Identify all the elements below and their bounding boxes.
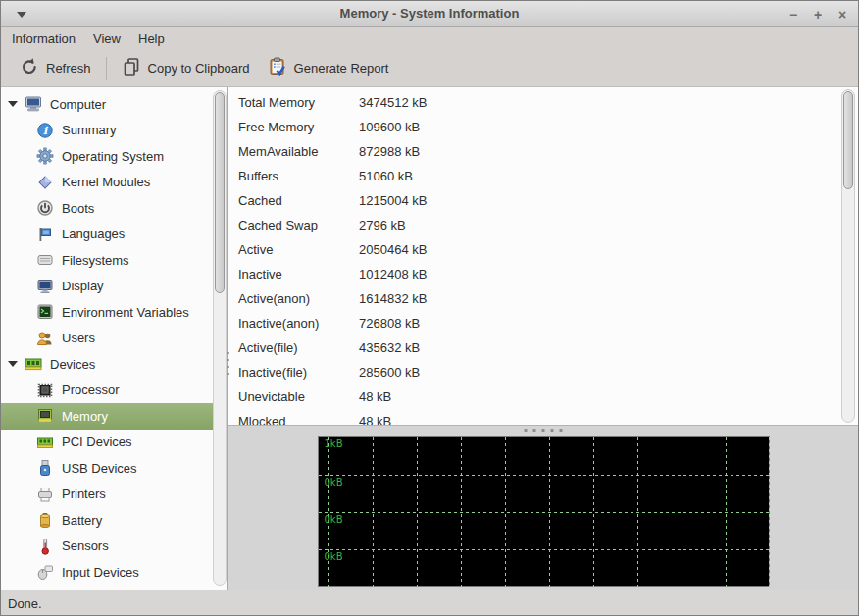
printer-icon: [36, 486, 54, 503]
table-row[interactable]: Active(anon) 1614832 kB: [228, 286, 858, 311]
sidebar-item-boots[interactable]: Boots: [1, 195, 227, 222]
field-value: 48 kB: [359, 414, 858, 426]
table-row[interactable]: Buffers 51060 kB: [228, 164, 858, 188]
flag-icon: [36, 226, 54, 243]
field-value: 2050464 kB: [359, 242, 858, 257]
sidebar-item-languages[interactable]: Languages: [1, 222, 227, 248]
field-label: Total Memory: [228, 95, 359, 110]
generate-report-button[interactable]: Generate Report: [259, 53, 398, 83]
sidebar-tree: Computer i Summary: [1, 87, 228, 590]
sidebar-item-kernel-modules[interactable]: Kernel Modules: [1, 170, 227, 196]
sidebar-item-users[interactable]: Users: [1, 326, 227, 352]
sidebar-scrollbar[interactable]: [213, 90, 227, 586]
field-label: Active(anon): [228, 291, 359, 306]
sidebar-item-label: Boots: [62, 201, 94, 216]
sidebar-item-label: Environment Variables: [62, 305, 189, 320]
table-row[interactable]: Inactive(file) 285600 kB: [228, 360, 858, 385]
menubar: Information View Help: [1, 27, 858, 50]
refresh-label: Refresh: [46, 61, 91, 76]
status-text: Done.: [8, 596, 42, 611]
field-label: Active: [228, 242, 359, 257]
battery-icon: [36, 511, 54, 529]
memory-graph-pane: 1kB 0kB 0kB 0kB: [228, 436, 858, 590]
list-scrollbar-thumb[interactable]: [843, 91, 853, 189]
sidebar-item-input-devices[interactable]: Input Devices: [1, 559, 227, 586]
copy-icon: [122, 57, 141, 79]
field-label: Unevictable: [228, 389, 359, 404]
sidebar-item-sensors[interactable]: Sensors: [1, 534, 227, 560]
splitter-handle-icon[interactable]: [525, 429, 563, 432]
sidebar-item-label: USB Devices: [62, 461, 137, 476]
minimize-button[interactable]: −: [785, 7, 801, 23]
sidebar-item-computer[interactable]: Computer: [1, 91, 227, 118]
sidebar-scrollbar-thumb[interactable]: [215, 92, 225, 293]
sidebar-item-operating-system[interactable]: Operating System: [1, 143, 227, 170]
sidebar-item-label: Printers: [62, 487, 106, 501]
sidebar-item-label: Kernel Modules: [62, 175, 150, 189]
close-button[interactable]: ×: [834, 7, 850, 23]
sidebar-item-battery[interactable]: Battery: [1, 507, 227, 534]
sidebar-item-label: Sensors: [62, 539, 109, 553]
pane-splitter-handle[interactable]: [225, 352, 231, 375]
field-value: 435632 kB: [359, 340, 858, 355]
field-value: 3474512 kB: [359, 95, 858, 110]
terminal-icon: [36, 303, 54, 321]
table-row[interactable]: Active 2050464 kB: [228, 237, 858, 262]
sidebar-item-label: Summary: [62, 123, 117, 137]
sidebar-item-pci-devices[interactable]: PCI Devices: [1, 430, 227, 456]
field-value: 2796 kB: [359, 218, 858, 232]
table-row[interactable]: Inactive(anon) 726808 kB: [228, 311, 858, 335]
list-scrollbar[interactable]: [841, 89, 855, 423]
field-label: Inactive(anon): [228, 316, 359, 331]
sidebar-item-label: Devices: [50, 357, 95, 372]
table-row[interactable]: Active(file) 435632 kB: [228, 335, 858, 360]
processor-icon: [36, 382, 54, 399]
window-title: Memory - System Information: [1, 1, 858, 27]
sidebar-item-label: Operating System: [62, 149, 164, 164]
table-row[interactable]: Mlocked 48 kB: [228, 409, 858, 426]
memory-usage-graph: 1kB 0kB 0kB 0kB: [318, 436, 770, 587]
statusbar: Done.: [1, 590, 858, 616]
field-label: Mlocked: [228, 414, 359, 426]
sidebar-item-partial[interactable]: [1, 586, 227, 590]
field-label: Inactive: [228, 267, 359, 282]
field-value: 1215004 kB: [359, 193, 858, 208]
sidebar-item-environment-variables[interactable]: Environment Variables: [1, 299, 227, 326]
sidebar-item-label: Input Devices: [62, 565, 139, 580]
sidebar-item-memory[interactable]: Memory: [1, 403, 214, 430]
table-row[interactable]: MemAvailable 872988 kB: [228, 139, 858, 164]
field-label: Buffers: [228, 169, 359, 183]
sidebar-item-display[interactable]: Display: [1, 274, 227, 300]
app-window: Memory - System Information − + × Inform…: [0, 0, 859, 616]
main-body: Computer i Summary: [1, 87, 858, 590]
sidebar-item-processor[interactable]: Processor: [1, 378, 227, 404]
table-row[interactable]: Total Memory 3474512 kB: [228, 90, 858, 115]
menu-information[interactable]: Information: [3, 27, 84, 50]
menu-help[interactable]: Help: [129, 27, 174, 50]
toolbar: Refresh Copy to Clipboard: [1, 50, 858, 87]
table-row[interactable]: Cached Swap 2796 kB: [228, 213, 858, 237]
sidebar-item-filesystems[interactable]: Filesystems: [1, 247, 227, 274]
table-row[interactable]: Unevictable 48 kB: [228, 385, 858, 409]
sidebar-item-label: Memory: [62, 409, 108, 424]
computer-icon: [25, 95, 42, 113]
sidebar-item-usb-devices[interactable]: USB Devices: [1, 455, 227, 482]
field-label: Free Memory: [228, 120, 359, 134]
sidebar-item-printers[interactable]: Printers: [1, 482, 227, 508]
field-value: 48 kB: [359, 389, 858, 404]
generate-report-label: Generate Report: [294, 61, 389, 76]
table-row[interactable]: Cached 1215004 kB: [228, 188, 858, 213]
maximize-button[interactable]: +: [810, 7, 826, 23]
field-value: 1614832 kB: [359, 291, 858, 306]
menu-view[interactable]: View: [84, 27, 129, 50]
field-value: 285600 kB: [359, 365, 858, 380]
graph-splitter[interactable]: [228, 426, 858, 436]
expander-icon[interactable]: [7, 358, 19, 370]
table-row[interactable]: Free Memory 109600 kB: [228, 115, 858, 139]
sidebar-item-summary[interactable]: i Summary: [1, 118, 227, 144]
expander-icon[interactable]: [7, 98, 19, 110]
sidebar-item-devices[interactable]: Devices: [1, 351, 227, 378]
copy-to-clipboard-button[interactable]: Copy to Clipboard: [113, 53, 259, 83]
refresh-button[interactable]: Refresh: [11, 53, 100, 83]
table-row[interactable]: Inactive 1012408 kB: [228, 262, 858, 286]
